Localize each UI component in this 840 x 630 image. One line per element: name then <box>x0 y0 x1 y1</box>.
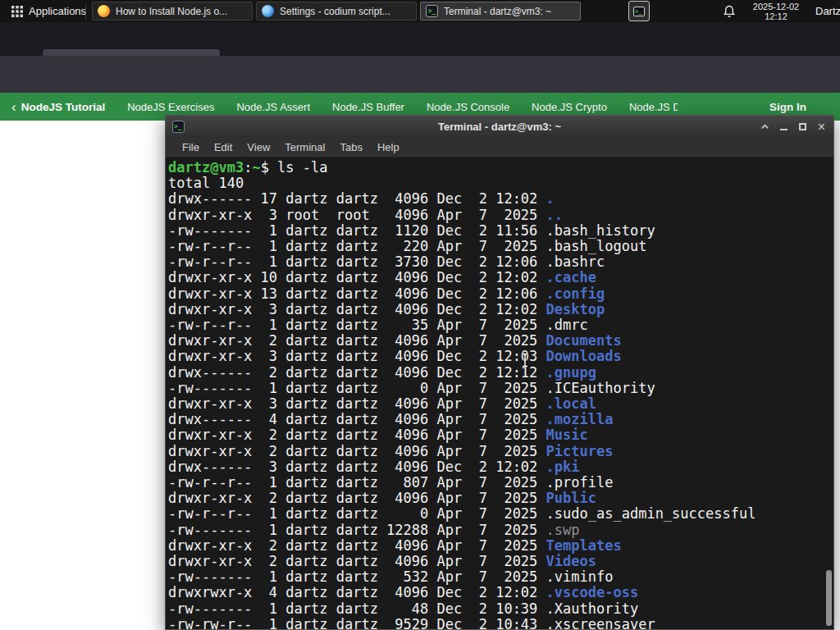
terminal-listing-line: drwxr-xr-x 2 dartz dartz 4096 Apr 7 2025… <box>168 333 833 349</box>
listing-meta: -rw-r--r-- 1 dartz dartz 35 Apr 7 2025 <box>168 317 546 333</box>
applications-menu-button[interactable]: Applications <box>5 0 93 22</box>
terminal-listing-line: drwxr-xr-x 10 dartz dartz 4096 Dec 2 12:… <box>168 270 833 285</box>
terminal-listing-line: drwxr-xr-x 3 dartz dartz 4096 Dec 2 12:0… <box>168 349 833 364</box>
listing-meta: -rw-r--r-- 1 dartz dartz 220 Apr 7 2025 <box>168 238 546 254</box>
terminal-listing-line: drwx------ 3 dartz dartz 4096 Dec 2 12:0… <box>168 459 833 475</box>
terminal-listing-line: drwxr-xr-x 2 dartz dartz 4096 Apr 7 2025… <box>168 427 833 443</box>
file-name: .dmrc <box>546 317 588 333</box>
listing-meta: drwxr-xr-x 10 dartz dartz 4096 Dec 2 12:… <box>168 269 546 285</box>
terminal-maximize-button[interactable] <box>793 117 812 136</box>
terminal-window: >_ Terminal - dartz@vm3: ~ × FileEditVie… <box>165 115 834 630</box>
taskbar-button[interactable]: Settings - codium script... <box>256 2 417 21</box>
file-name: .xscreensaver <box>546 616 655 629</box>
chevron-left-icon[interactable]: ‹ <box>11 100 16 114</box>
terminal-listing-line: drwx------ 4 dartz dartz 4096 Apr 7 2025… <box>168 412 833 427</box>
terminal-listing-line: -rw-r--r-- 1 dartz dartz 35 Apr 7 2025 .… <box>168 317 833 333</box>
directory-name: .cache <box>546 269 596 285</box>
listing-meta: drwx------ 4 dartz dartz 4096 Apr 7 2025 <box>168 411 546 427</box>
site-nav-item[interactable]: Node.JS Crypto <box>532 101 607 113</box>
terminal-listing-line: -rw-r--r-- 1 dartz dartz 0 Apr 7 2025 .s… <box>168 506 833 522</box>
command-text: ls -la <box>277 159 327 176</box>
clock-time: 12:12 <box>743 11 809 21</box>
terminal-menu-tabs[interactable]: Tabs <box>332 139 369 156</box>
site-nav-item[interactable]: Node.JS DNS <box>629 101 678 113</box>
file-name: .swp <box>546 522 580 538</box>
taskbar-button-label: Terminal - dartz@vm3: ~ <box>444 6 551 17</box>
terminal-listing-line: drwxr-xr-x 2 dartz dartz 4096 Apr 7 2025… <box>168 554 833 569</box>
file-name: .sudo_as_admin_successful <box>546 505 756 522</box>
terminal-menu-edit[interactable]: Edit <box>207 139 240 156</box>
panel-separator <box>85 3 86 19</box>
terminal-shade-button[interactable] <box>756 117 774 136</box>
terminal-icon: >_ <box>633 7 645 16</box>
directory-name: .config <box>546 285 605 302</box>
listing-meta: drwxr-xr-x 2 dartz dartz 4096 Apr 7 2025 <box>168 332 546 349</box>
terminal-listing-line: drwx------ 2 dartz dartz 4096 Dec 2 12:1… <box>168 365 833 381</box>
directory-name: Public <box>546 490 596 506</box>
directory-name: . <box>546 190 555 207</box>
directory-name: Pictures <box>546 443 614 459</box>
site-nav-item[interactable]: NodeJS Tutorial <box>21 101 106 113</box>
terminal-listing-line: drwxr-xr-x 3 dartz dartz 4096 Dec 2 12:0… <box>168 302 833 317</box>
notification-bell-icon[interactable] <box>722 4 737 19</box>
taskbar-button[interactable]: >_Terminal - dartz@vm3: ~ <box>420 2 581 21</box>
site-nav-item[interactable]: NodeJS Exercises <box>127 101 214 113</box>
listing-meta: drwx------ 3 dartz dartz 4096 Dec 2 12:0… <box>168 459 546 475</box>
listing-meta: -rw------- 1 dartz dartz 12288 Apr 7 202… <box>168 522 546 538</box>
directory-name: Downloads <box>546 348 622 364</box>
codium-icon <box>262 5 274 17</box>
directory-name: .gnupg <box>546 364 596 381</box>
browser-tab-bar: How to Install Node.js on... × + × <box>0 22 840 56</box>
terminal-titlebar[interactable]: >_ Terminal - dartz@vm3: ~ × <box>166 116 833 138</box>
minimize-icon <box>780 129 788 130</box>
browser-toolbar: https://www.geeksforgeeks.org/node-js/in… <box>0 56 840 93</box>
terminal-listing-line: drwxr-xr-x 3 root root 4096 Apr 7 2025 .… <box>168 208 833 223</box>
directory-name: .vscode-oss <box>546 584 639 600</box>
taskbar-button[interactable]: How to Install Node.js o... <box>92 2 253 21</box>
listing-meta: drwxr-xr-x 2 dartz dartz 4096 Apr 7 2025 <box>168 537 546 554</box>
terminal-close-button[interactable]: × <box>812 117 831 136</box>
site-nav-item[interactable]: Node.JS Console <box>427 101 509 113</box>
file-name: .bashrc <box>546 253 605 270</box>
site-nav-items: NodeJS TutorialNodeJS ExercisesNode.JS A… <box>21 101 678 113</box>
directory-name: Videos <box>546 553 596 569</box>
listing-meta: drwx------ 17 dartz dartz 4096 Dec 2 12:… <box>168 190 546 207</box>
tray-terminal-icon[interactable]: >_ <box>628 1 650 21</box>
top-panel: Applications How to Install Node.js o...… <box>0 0 840 22</box>
listing-meta: drwxr-xr-x 3 root root 4096 Apr 7 2025 <box>168 207 546 223</box>
file-name: .viminfo <box>546 568 614 585</box>
mouse-cursor <box>520 353 530 368</box>
prompt-colon: : <box>244 159 252 176</box>
listing-meta: -rw------- 1 dartz dartz 48 Dec 2 10:39 <box>168 600 546 617</box>
terminal-listing-line: drwxrwxr-x 4 dartz dartz 4096 Dec 2 12:0… <box>168 585 833 600</box>
terminal-menu-file[interactable]: File <box>175 139 207 156</box>
listing-meta: -rw-rw-r-- 1 dartz dartz 9529 Dec 2 10:4… <box>168 616 546 629</box>
terminal-menubar: FileEditViewTerminalTabsHelp <box>166 138 833 158</box>
terminal-minimize-button[interactable] <box>774 117 793 136</box>
terminal-listing-line: drwxr-xr-x 2 dartz dartz 4096 Apr 7 2025… <box>168 491 833 506</box>
listing-meta: -rw-r--r-- 1 dartz dartz 807 Apr 7 2025 <box>168 474 546 491</box>
directory-name: Music <box>546 427 588 443</box>
terminal-menu-view[interactable]: View <box>240 139 277 156</box>
terminal-menu-terminal[interactable]: Terminal <box>277 139 332 156</box>
directory-name: .local <box>546 395 596 412</box>
terminal-output[interactable]: dartz@vm3:~$ ls -latotal 140drwx------ 1… <box>166 158 833 629</box>
site-nav-item[interactable]: Node.JS Buffer <box>332 101 404 113</box>
listing-meta: drwxr-xr-x 2 dartz dartz 4096 Apr 7 2025 <box>168 490 546 506</box>
listing-meta: -rw------- 1 dartz dartz 1120 Dec 2 11:5… <box>168 222 546 239</box>
directory-name: Desktop <box>546 301 605 317</box>
listing-meta: -rw-r--r-- 1 dartz dartz 0 Apr 7 2025 <box>168 505 546 522</box>
clock-date: 2025-12-02 <box>743 2 809 11</box>
file-name: .Xauthority <box>546 600 639 617</box>
terminal-listing-line: -rw-r--r-- 1 dartz dartz 807 Apr 7 2025 … <box>168 475 833 491</box>
listing-meta: -rw------- 1 dartz dartz 532 Apr 7 2025 <box>168 568 546 585</box>
maximize-icon <box>799 123 806 130</box>
terminal-scrollbar-thumb[interactable] <box>826 570 832 626</box>
terminal-menu-help[interactable]: Help <box>370 139 407 156</box>
terminal-listing-line: -rw-rw-r-- 1 dartz dartz 9529 Dec 2 10:4… <box>168 617 833 629</box>
panel-user-label: Dartz <box>815 5 840 17</box>
terminal-window-title: Terminal - dartz@vm3: ~ <box>166 121 833 133</box>
file-name: .profile <box>546 474 614 491</box>
site-nav-item[interactable]: Node.JS Assert <box>236 101 310 113</box>
listing-meta: drwx------ 2 dartz dartz 4096 Dec 2 12:1… <box>168 364 546 381</box>
